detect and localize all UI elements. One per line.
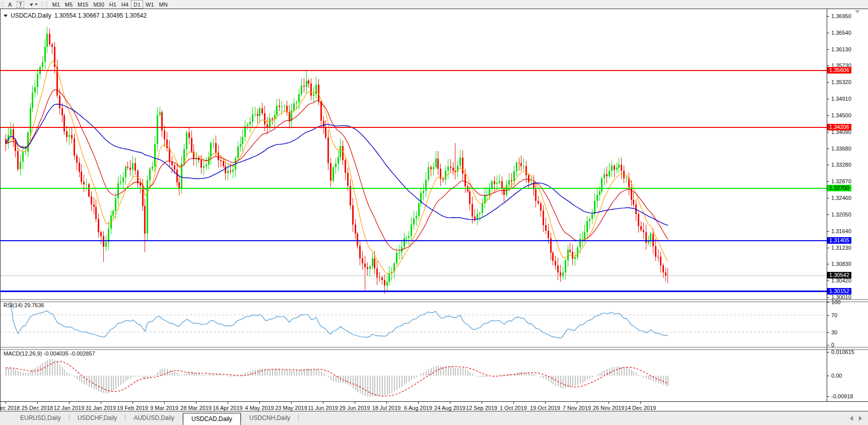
horizontal-level-line[interactable] bbox=[1, 70, 827, 71]
macd-histogram bbox=[6, 359, 668, 397]
price-axis-tick bbox=[827, 49, 829, 50]
price-axis-tick bbox=[827, 280, 829, 281]
macd-axis-tick bbox=[827, 396, 829, 397]
price-axis-tick bbox=[827, 132, 829, 132]
time-axis-label: 12 Sep 2019 bbox=[466, 405, 497, 411]
toolbar-drag-handle[interactable] bbox=[1, 2, 4, 7]
chart-tab-bar: EURUSD,DailyUSDCHF,DailyAUDUSD,DailyUSDC… bbox=[0, 411, 868, 425]
macd-axis-tick bbox=[827, 376, 829, 376]
candlesticks bbox=[5, 27, 669, 294]
chart-window[interactable]: USDCAD,Daily 1.30554 1.30667 1.30495 1.3… bbox=[0, 9, 868, 411]
price-level-badge: 1.30542 bbox=[827, 272, 851, 278]
rsi-axis-tick bbox=[827, 315, 829, 316]
macd-signal-line bbox=[6, 362, 668, 396]
rsi-axis-tick bbox=[827, 332, 829, 333]
timeframe-button-h1[interactable]: H1 bbox=[107, 1, 119, 8]
timeframe-button-m1[interactable]: M1 bbox=[49, 1, 62, 8]
price-axis-tick-label: 1.32460 bbox=[831, 195, 851, 201]
moving-average-50 bbox=[6, 104, 668, 226]
price-level-badge: 1.30152 bbox=[827, 288, 851, 295]
timeframe-button-mn[interactable]: MN bbox=[157, 1, 170, 8]
time-axis-tick bbox=[513, 402, 514, 404]
price-axis-tick bbox=[827, 149, 829, 149]
toolbar-drag-handle[interactable] bbox=[45, 2, 47, 7]
price-axis-tick bbox=[827, 215, 829, 215]
rsi-line bbox=[11, 302, 668, 338]
chart-tab-usdcnh[interactable]: USDCNH,Daily bbox=[241, 413, 298, 423]
time-axis-label: 31 Jan 2019 bbox=[86, 405, 116, 411]
chart-tab-usdcad[interactable]: USDCAD,Daily bbox=[183, 413, 241, 425]
macd-axis-tick-label: 0.010615 bbox=[831, 349, 854, 355]
macd-label: MACD(12,26,9) -0.004035 -0.002857 bbox=[4, 350, 95, 357]
chart-tab-eurusd[interactable]: EURUSD,Daily bbox=[12, 413, 69, 423]
tab-separator bbox=[298, 414, 299, 421]
price-axis-tick-label: 1.32050 bbox=[831, 211, 851, 218]
time-axis-label: 11 Jun 2019 bbox=[308, 405, 338, 411]
chevron-down-icon bbox=[35, 4, 38, 6]
textbox-tool-button[interactable]: T bbox=[14, 1, 27, 8]
time-axis-tick bbox=[482, 402, 482, 404]
price-pane[interactable] bbox=[1, 9, 868, 299]
macd-axis-tick-label: -0.00918 bbox=[831, 393, 853, 399]
time-axis-tick bbox=[355, 402, 355, 404]
time-axis-tick bbox=[609, 402, 609, 404]
rsi-axis-tick bbox=[827, 345, 829, 345]
timeframe-button-m15[interactable]: M15 bbox=[75, 1, 91, 8]
chart-tab-usdchf[interactable]: USDCHF,Daily bbox=[70, 413, 125, 423]
timeframe-button-m30[interactable]: M30 bbox=[91, 1, 106, 8]
price-axis-tick-label: 1.34910 bbox=[831, 96, 851, 102]
horizontal-level-line[interactable] bbox=[1, 240, 827, 241]
textbox-icon: T bbox=[17, 1, 24, 8]
macd-axis-tick-label: 0.00 bbox=[831, 373, 842, 379]
timeframe-button-d1[interactable]: D1 bbox=[131, 0, 143, 9]
price-axis-tick bbox=[827, 99, 829, 99]
price-axis-tick-label: 1.34500 bbox=[831, 112, 851, 118]
time-axis-label: 29 Jun 2019 bbox=[340, 405, 370, 411]
price-axis-tick-label: 1.33280 bbox=[831, 162, 851, 168]
horizontal-level-line[interactable] bbox=[1, 188, 827, 189]
time-axis-tick bbox=[228, 402, 228, 404]
time-axis-tick bbox=[323, 402, 323, 404]
horizontal-level-line[interactable] bbox=[1, 291, 827, 292]
time-axis-label: 18 Jul 2019 bbox=[372, 405, 401, 411]
price-axis-tick bbox=[827, 181, 829, 182]
time-axis-tick bbox=[450, 402, 450, 404]
time-axis-tick bbox=[101, 402, 101, 404]
price-axis-tick bbox=[827, 165, 829, 165]
toolbar-separator bbox=[42, 2, 42, 8]
current-price-line bbox=[1, 275, 827, 276]
rsi-axis-tick-label: 0 bbox=[831, 342, 834, 348]
price-axis-tick-label: 1.30830 bbox=[831, 261, 851, 267]
price-axis-tick-label: 1.35320 bbox=[831, 79, 851, 85]
price-axis-tick-label: 1.36130 bbox=[831, 46, 851, 52]
time-axis-tick bbox=[386, 402, 387, 404]
chart-tab-audusd[interactable]: AUDUSD,Daily bbox=[125, 413, 182, 423]
time-axis-label: 7 Nov 2019 bbox=[563, 405, 591, 411]
time-axis-label: 1 Oct 2019 bbox=[500, 405, 527, 411]
rsi-axis-tick-label: 30 bbox=[831, 329, 837, 335]
timeframe-button-m5[interactable]: M5 bbox=[62, 1, 75, 8]
price-axis-tick-label: 1.36540 bbox=[831, 30, 851, 36]
price-axis-tick-label: 1.31230 bbox=[831, 245, 851, 251]
time-axis-label: 16 Apr 2019 bbox=[213, 405, 242, 411]
time-axis-label: 24 Aug 2019 bbox=[434, 405, 465, 411]
macd-pane[interactable] bbox=[1, 349, 868, 401]
price-axis-tick bbox=[827, 16, 829, 17]
time-axis-label: 26 Nov 2019 bbox=[593, 405, 624, 411]
rsi-label: RSI(14) 29.7636 bbox=[4, 302, 44, 308]
arrow-tool-button[interactable]: ➤ bbox=[27, 1, 40, 8]
text-label-tool-button[interactable]: A bbox=[6, 1, 14, 8]
rsi-axis-tick-label: 100 bbox=[831, 299, 840, 305]
tab-scroll-right-icon[interactable] bbox=[859, 416, 862, 421]
price-axis-tick bbox=[827, 297, 829, 298]
tab-scroll-left-icon[interactable] bbox=[850, 416, 853, 421]
horizontal-level-line[interactable] bbox=[1, 127, 827, 128]
time-axis-label: 14 Dec 2019 bbox=[625, 405, 656, 411]
timeframe-button-h4[interactable]: H4 bbox=[119, 1, 131, 8]
timeframe-button-w1[interactable]: W1 bbox=[143, 1, 157, 8]
price-axis-tick-label: 1.32870 bbox=[831, 178, 851, 184]
rsi-pane[interactable] bbox=[1, 301, 868, 347]
time-axis-label: 9 Mar 2019 bbox=[150, 405, 178, 411]
rsi-axis-tick bbox=[827, 302, 829, 303]
rsi-axis-tick-label: 70 bbox=[831, 312, 837, 318]
